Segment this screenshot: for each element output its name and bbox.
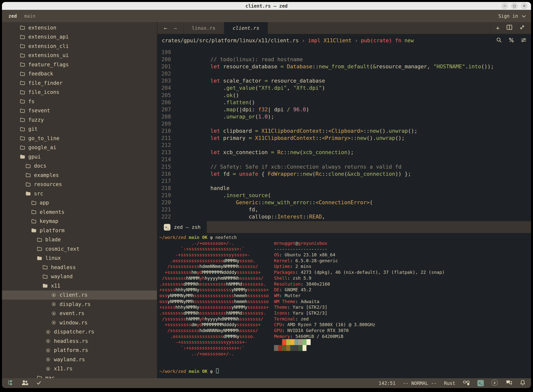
code-line-220[interactable]: 220 Generic::new_with_error::<Connection… [157,199,531,206]
file-tree-item-app[interactable]: app [2,198,157,208]
diagnostics-check-icon[interactable] [36,380,42,387]
file-tree-item-window-rs[interactable]: Rwindow.rs [2,318,157,327]
file-tree-item-label: feedback [28,71,53,77]
file-tree-item-feedback[interactable]: feedback [2,69,157,79]
file-tree-item-extension[interactable]: extension [2,23,157,32]
file-tree-item-src[interactable]: src [2,189,157,198]
code-line-215[interactable]: 215 // Safety: Safe if xcb::Connection a… [157,163,531,170]
file-tree-item-fuzzy[interactable]: fuzzy [2,115,157,125]
file-tree-item-file-finder[interactable]: file_finder [2,78,157,88]
file-tree-item-docs[interactable]: docs [2,161,157,171]
code-line-201[interactable]: 201 let resource_database = Database::ne… [157,63,531,70]
file-tree-item-fs[interactable]: fs [2,97,157,106]
code-line-210[interactable]: 210 let clipboard = X11ClipboardContext:… [157,127,531,134]
file-tree-item-google-ai[interactable]: google_ai [2,143,157,152]
expand-diagonal-icon[interactable] [519,24,525,32]
git-branch-label[interactable]: main [24,13,35,19]
code-line-207[interactable]: 207 .map(|dpi: f32| dpi / 96.0) [157,106,531,113]
code-line-206[interactable]: 206 .flatten() [157,99,531,106]
zed-ai-icon[interactable]: z [491,379,498,387]
minimize-button[interactable]: − [501,3,508,9]
file-tree-item-resources[interactable]: resources [2,180,157,189]
file-tree-item-git[interactable]: git [2,125,157,134]
file-tree-item-examples[interactable]: examples [2,171,157,180]
bell-icon[interactable] [520,379,526,387]
new-tab-icon[interactable]: + [496,25,500,31]
tab-linux-rs[interactable]: linux.rs [183,22,224,34]
file-tree-item-label: display.rs [60,301,91,307]
file-tree-item-headless-rs[interactable]: Rheadless.rs [2,336,157,346]
app-menu[interactable]: zed [8,13,17,19]
rust-file-icon: R [45,329,51,334]
code-line-209[interactable]: 209 [157,120,531,127]
file-tree-item-headless[interactable]: headless [2,263,157,272]
title-bar[interactable]: client.rs — zed − □ × [2,2,531,10]
code-line-217[interactable]: 217 [157,177,531,185]
split-pane-icon[interactable] [506,25,512,31]
collaboration-icon[interactable] [21,379,29,387]
breadcrumb[interactable]: crates/gpui/src/platform/linux/x11/clien… [157,34,531,47]
terminal-tab[interactable]: >_ zed — zsh [157,221,207,233]
inline-assist-icon[interactable] [508,37,514,44]
file-tree-item-wayland[interactable]: wayland [2,272,157,281]
sign-in-button[interactable]: Sign in [498,13,518,19]
file-tree-item-go-to-line[interactable]: go_to_line [2,134,157,143]
file-tree-item-extension-api[interactable]: extension_api [2,32,157,42]
nav-back-icon[interactable]: ← [164,25,167,31]
code-line-199[interactable]: 199 [157,49,531,56]
code-editor[interactable]: 199200 // todo(linux): read hostname201 … [157,47,531,221]
editor-controls-icon[interactable] [521,37,527,44]
file-tree-item-elements[interactable]: elements [2,207,157,217]
file-tree-item-client-rs[interactable]: Rclient.rs [2,290,157,300]
file-tree-item-dispatcher-rs[interactable]: Rdispatcher.rs [2,327,157,337]
code-line-218[interactable]: 218 handle [157,185,531,192]
close-button[interactable]: × [521,3,528,9]
code-line-216[interactable]: 216 let fd = unsafe { FdWrapper::new(Rc:… [157,170,531,177]
code-line-213[interactable]: 213 let xcb_connection = Rc::new(xcb_con… [157,149,531,156]
code-line-214[interactable]: 214 [157,156,531,163]
code-line-222[interactable]: 222 calloop::Interest::READ, [157,213,531,220]
code-line-202[interactable]: 202 [157,70,531,77]
terminal-panel-icon[interactable]: >_ [477,380,484,386]
file-tree-item-gpui[interactable]: gpui [2,152,157,161]
file-tree-item-label: resources [34,181,62,187]
code-line-221[interactable]: 221 fd, [157,206,531,213]
copilot-icon[interactable] [463,379,470,387]
file-tree-item-x11-rs[interactable]: Rx11.rs [2,364,157,374]
file-tree-item-extensions-ui[interactable]: extensions_ui [2,51,157,60]
code-line-205[interactable]: 205 .ok() [157,92,531,99]
chevron-down-icon[interactable] [522,14,526,17]
file-tree-item-fsevent[interactable]: fsevent [2,106,157,116]
terminal-content[interactable]: ~/work/zed main OK φ neofetch .-/+oossss… [157,233,531,378]
file-tree-item-mac[interactable]: mac [2,373,157,378]
file-tree-item-file-icons[interactable]: file_icons [2,88,157,97]
code-line-203[interactable]: 203 let scale_factor = resource_database [157,77,531,84]
file-tree-item-cosmic-text[interactable]: cosmic_text [2,244,157,254]
search-icon[interactable] [496,37,502,44]
file-tree-item-keymap[interactable]: keymap [2,217,157,226]
file-tree-item-extension-cli[interactable]: extension_cli [2,42,157,51]
file-tree-item-wayland-rs[interactable]: Rwayland.rs [2,355,157,364]
file-tree-item-platform[interactable]: platform [2,226,157,235]
file-tree-item-x11[interactable]: x11 [2,281,157,290]
maximize-button[interactable]: □ [511,3,518,9]
chat-icon[interactable] [505,379,512,387]
tab-client-rs[interactable]: client.rs [224,22,268,34]
code-line-208[interactable]: 208 .unwrap_or(1.0); [157,113,531,120]
file-tree-item-display-rs[interactable]: Rdisplay.rs [2,300,157,309]
neofetch-line: /sssssssshNMMMyhhyyyyhdNMMMNhssssssss/Te… [159,316,531,322]
language-selector[interactable]: Rust [444,380,455,386]
code-line-200[interactable]: 200 // todo(linux): read hostname [157,56,531,63]
nav-forward-icon[interactable]: → [173,25,177,31]
cursor-position[interactable]: 142:51 [379,380,396,386]
file-tree-item-blade[interactable]: blade [2,235,157,245]
file-tree-item-event-rs[interactable]: Revent.rs [2,309,157,318]
project-panel-icon[interactable] [7,379,14,387]
code-line-211[interactable]: 211 let primary = X11ClipboardContext::<… [157,134,531,142]
code-line-219[interactable]: 219 .insert_source( [157,192,531,199]
file-tree-item-platform-rs[interactable]: Rplatform.rs [2,346,157,355]
file-tree-item-feature-flags[interactable]: feature_flags [2,60,157,69]
file-tree-item-linux[interactable]: linux [2,254,157,263]
code-line-212[interactable]: 212 [157,142,531,149]
code-line-204[interactable]: 204 .get_value("Xft.dpi", "Xft.dpi") [157,84,531,91]
